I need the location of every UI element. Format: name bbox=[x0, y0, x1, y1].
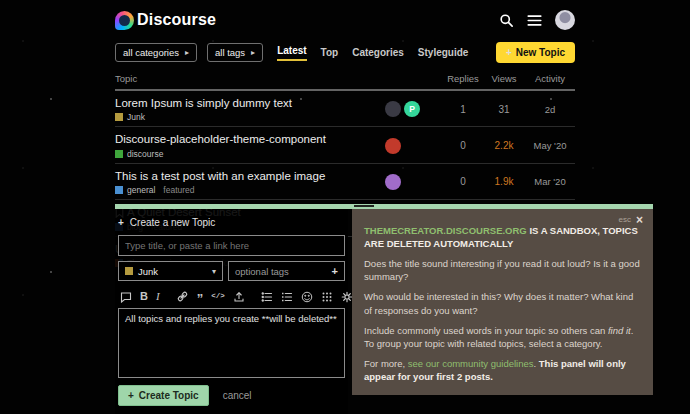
category-filter-label: all categories bbox=[123, 47, 179, 58]
topic-title[interactable]: Lorem Ipsum is simply dummy text bbox=[115, 96, 385, 110]
code-icon[interactable]: </> bbox=[211, 293, 225, 301]
esc-hint: esc bbox=[619, 214, 631, 225]
plus-icon: + bbox=[128, 390, 134, 401]
composer-panel: + Create a new Topic Junk ▾ optional tag… bbox=[115, 204, 653, 414]
topic-title[interactable]: This is a test post with an example imag… bbox=[115, 169, 385, 183]
tip-paragraph: Does the title sound interesting if you … bbox=[364, 257, 641, 283]
tag-input-placeholder: optional tags bbox=[235, 266, 289, 277]
category-filter-dropdown[interactable]: all categories ▸ bbox=[115, 43, 197, 62]
topic-title-input[interactable] bbox=[118, 235, 345, 256]
community-guidelines-link[interactable]: see our community guidelines bbox=[408, 358, 534, 369]
sandbox-site-link[interactable]: THEMECREATOR.DISCOURSE.ORG bbox=[364, 225, 527, 236]
discourse-logo[interactable]: Discourse bbox=[115, 11, 216, 30]
bulleted-list-icon[interactable] bbox=[261, 291, 273, 303]
gear-icon[interactable] bbox=[341, 291, 353, 303]
category-badge[interactable]: Junk bbox=[115, 112, 145, 122]
close-icon[interactable]: × bbox=[636, 214, 643, 226]
grippie-handle-icon bbox=[354, 205, 374, 207]
views-count: 1.9k bbox=[483, 176, 525, 187]
tip-paragraph: Who would be interested in this? Why doe… bbox=[364, 290, 641, 316]
post-body-textarea[interactable]: All topics and replies you create **will… bbox=[118, 308, 345, 378]
tag-filter-dropdown[interactable]: all tags ▸ bbox=[207, 43, 263, 62]
tag-input[interactable]: optional tags + bbox=[228, 261, 345, 281]
topic-tag[interactable]: featured bbox=[163, 185, 194, 195]
comment-icon[interactable] bbox=[120, 291, 132, 303]
poster-avatar[interactable] bbox=[385, 138, 401, 154]
tip-panel-title: THEMECREATOR.DISCOURSE.ORG IS A SANDBOX,… bbox=[364, 224, 641, 250]
options-grid-icon[interactable] bbox=[321, 291, 333, 303]
replies-count: 0 bbox=[443, 176, 483, 187]
composer-toolbar: B I ” </> bbox=[120, 290, 343, 303]
category-color-square bbox=[115, 150, 123, 158]
topic-list-header: Topic Replies Views Activity bbox=[115, 73, 575, 91]
composer-form: + Create a new Topic Junk ▾ optional tag… bbox=[115, 209, 348, 414]
tag-filter-label: all tags bbox=[215, 47, 245, 58]
chevron-right-icon: ▸ bbox=[185, 48, 189, 57]
logo-text: Discourse bbox=[137, 11, 216, 29]
views-count: 31 bbox=[483, 104, 525, 115]
topic-posters bbox=[385, 174, 443, 190]
plus-icon: + bbox=[118, 217, 124, 228]
create-topic-label: Create Topic bbox=[139, 390, 199, 401]
discourse-app: Discourse all categories ▸ all tags ▸ bbox=[0, 0, 690, 414]
hamburger-menu-icon[interactable] bbox=[527, 14, 542, 27]
user-avatar[interactable] bbox=[555, 10, 575, 30]
topic-title[interactable]: Discourse-placeholder-theme-component bbox=[115, 132, 385, 146]
poster-avatar[interactable]: P bbox=[404, 101, 420, 117]
column-views[interactable]: Views bbox=[483, 73, 525, 84]
plus-icon: + bbox=[506, 47, 512, 58]
tab-top[interactable]: Top bbox=[321, 47, 339, 58]
column-topic[interactable]: Topic bbox=[115, 73, 385, 84]
cancel-link[interactable]: cancel bbox=[223, 390, 252, 401]
search-icon[interactable] bbox=[499, 13, 514, 28]
chevron-down-icon: ▾ bbox=[212, 267, 216, 276]
numbered-list-icon[interactable] bbox=[281, 291, 293, 303]
replies-count: 0 bbox=[443, 140, 483, 151]
category-color-square bbox=[115, 186, 123, 194]
blockquote-icon[interactable]: ” bbox=[197, 291, 204, 303]
category-color-square bbox=[115, 113, 123, 121]
tab-categories[interactable]: Categories bbox=[352, 47, 404, 58]
activity-date[interactable]: May '20 bbox=[525, 140, 575, 151]
category-select-value: Junk bbox=[138, 266, 158, 277]
site-header: Discourse bbox=[115, 0, 575, 36]
column-replies[interactable]: Replies bbox=[443, 73, 483, 84]
activity-date[interactable]: 2d bbox=[525, 104, 575, 115]
new-topic-button[interactable]: + New Topic bbox=[496, 42, 575, 63]
topic-row: This is a test post with an example imag… bbox=[115, 164, 575, 200]
replies-count: 1 bbox=[443, 104, 483, 115]
poster-avatar[interactable] bbox=[385, 174, 401, 190]
topic-row: Discourse-placeholder-theme-component di… bbox=[115, 127, 575, 163]
discourse-logo-icon bbox=[115, 11, 134, 30]
category-badge[interactable]: discourse bbox=[115, 149, 163, 159]
category-select[interactable]: Junk ▾ bbox=[118, 261, 223, 281]
tip-paragraph: Include commonly used words in your topi… bbox=[364, 324, 641, 350]
upload-icon[interactable] bbox=[233, 291, 245, 303]
category-color-square bbox=[125, 267, 133, 275]
topic-row: Lorem Ipsum is simply dummy text Junk P … bbox=[115, 91, 575, 127]
list-controls: all categories ▸ all tags ▸ Latest Top C… bbox=[115, 42, 575, 63]
link-icon[interactable] bbox=[176, 290, 189, 303]
bold-icon[interactable]: B bbox=[140, 291, 148, 302]
topic-posters bbox=[385, 138, 443, 154]
tab-styleguide[interactable]: Styleguide bbox=[418, 47, 469, 58]
composer-action-title: + Create a new Topic bbox=[118, 217, 345, 228]
column-activity[interactable]: Activity bbox=[525, 73, 575, 84]
poster-avatar[interactable] bbox=[385, 101, 401, 117]
new-topic-label: New Topic bbox=[516, 47, 565, 58]
nav-pills: Latest Top Categories Styleguide bbox=[277, 45, 486, 61]
plus-icon: + bbox=[332, 265, 338, 277]
tip-paragraph: For more, see our community guidelines. … bbox=[364, 357, 641, 383]
activity-date[interactable]: Mar '20 bbox=[525, 176, 575, 187]
views-count: 2.2k bbox=[483, 140, 525, 151]
chevron-right-icon: ▸ bbox=[251, 48, 255, 57]
composer-tip-panel: esc × THEMECREATOR.DISCOURSE.ORG IS A SA… bbox=[352, 209, 653, 395]
create-topic-button[interactable]: + Create Topic bbox=[118, 385, 209, 406]
tab-latest[interactable]: Latest bbox=[277, 45, 306, 61]
category-badge[interactable]: general bbox=[115, 185, 155, 195]
italic-icon[interactable]: I bbox=[156, 291, 160, 302]
topic-posters: P bbox=[385, 101, 443, 117]
emoji-icon[interactable] bbox=[301, 291, 313, 303]
